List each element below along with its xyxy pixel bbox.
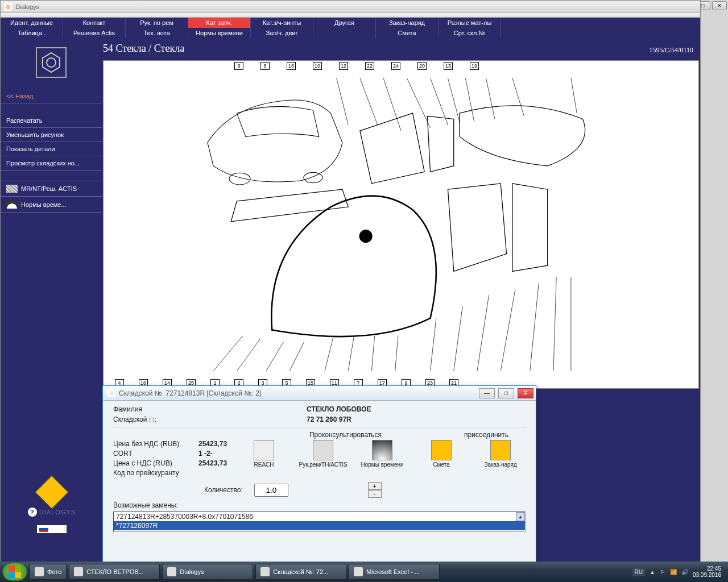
svg-point-4 — [360, 230, 372, 242]
tool-button[interactable]: Рук.рем/ТН/ACTIS — [297, 440, 349, 468]
app-icon — [74, 567, 83, 576]
app-icon — [35, 567, 44, 576]
svg-line-21 — [371, 336, 374, 371]
nav-tab[interactable]: Другая — [313, 18, 376, 28]
nav-tab[interactable]: Кат запч. — [188, 18, 251, 28]
network-icon[interactable]: 📶 — [670, 569, 677, 575]
taskbar-item[interactable]: Dialogys — [162, 564, 253, 580]
svg-line-5 — [337, 78, 349, 124]
list-item[interactable]: 727124813R+285370003R+8.0x7701071586 — [114, 512, 525, 521]
svg-line-27 — [530, 283, 539, 371]
close-button[interactable]: ✕ — [712, 1, 727, 10]
taskbar-item[interactable]: Складской №: 72... — [255, 564, 346, 580]
diagram-callout[interactable]: 10 — [313, 62, 322, 70]
qty-plus-button[interactable]: + — [368, 482, 382, 490]
popup-minimize-button[interactable]: — — [479, 388, 495, 398]
diagram-callout[interactable]: 18 — [287, 62, 296, 70]
diagram-callout[interactable]: 19 — [470, 62, 479, 70]
tool-button[interactable]: REACH — [238, 440, 289, 468]
browser-toolbar — [1, 13, 700, 18]
diagram-callout[interactable]: 6 — [234, 62, 243, 70]
nav-tab[interactable]: Решения Actis — [63, 28, 126, 38]
diagram-callout[interactable]: 12 — [339, 62, 348, 70]
taskbar-item[interactable]: Microsoft Excel - ... — [349, 564, 440, 580]
qty-input[interactable] — [254, 484, 288, 497]
list-item[interactable]: *727126097R — [114, 521, 525, 530]
parts-diagram[interactable]: 681810122224201319 — [103, 60, 699, 389]
family-label: Фамилия — [113, 405, 204, 413]
price-vat-value: 25423,73 — [198, 459, 227, 467]
nav-tab[interactable]: Нормы времени — [188, 28, 251, 38]
svg-line-16 — [237, 339, 260, 371]
svg-line-18 — [289, 342, 304, 371]
svg-line-15 — [213, 336, 243, 371]
svg-line-13 — [512, 78, 524, 116]
nav-tab[interactable] — [313, 28, 376, 38]
nav-tab[interactable]: Тех. нота — [126, 28, 188, 38]
tray-icon[interactable]: ▲ — [650, 569, 655, 575]
taskbar-item[interactable]: СТЕКЛО ВЕТРОВ... — [69, 564, 160, 580]
diagram-callout[interactable]: 22 — [365, 62, 374, 70]
sidebar-link[interactable]: Уменьшить рисунок — [1, 128, 102, 142]
sidebar-tool-actis[interactable]: MR/NT/Реш. ACTIS — [1, 181, 102, 197]
qty-minus-button[interactable]: - — [368, 490, 382, 498]
svg-line-19 — [325, 336, 333, 371]
back-link[interactable]: << Назад — [1, 89, 102, 103]
popup-close-button[interactable]: X — [518, 388, 533, 398]
nav-tab[interactable]: Таблица . — [1, 28, 63, 38]
nav-tab[interactable]: Зап/ч. двиг — [251, 28, 313, 38]
start-button[interactable] — [2, 563, 27, 581]
svg-line-9 — [431, 78, 448, 124]
windows-logo-icon — [9, 566, 21, 578]
top-nav: Идент. данныеКонтактРук. по ремКат запч.… — [1, 18, 700, 38]
replacements-list[interactable]: 727124813R+285370003R+8.0x7701071586 *72… — [113, 512, 526, 532]
nav-tab[interactable]: Срт. скл.№ — [439, 28, 501, 38]
sidebar-link[interactable]: Распечатать — [1, 114, 102, 128]
sidebar-tool-norms[interactable]: Нормы време... — [1, 197, 102, 213]
java-icon: ♨ — [107, 389, 115, 397]
clock[interactable]: 22:45 03.09.2016 — [693, 566, 721, 578]
tool-button[interactable]: Нормы времени — [357, 440, 408, 468]
nav-tab[interactable]: Разные мат-лы — [439, 18, 501, 28]
sidebar: << Назад РаспечататьУменьшить рисунокПок… — [1, 38, 102, 573]
taskbar-item[interactable]: Фото — [30, 564, 67, 580]
nav-tab[interactable]: Рук. по рем — [126, 18, 188, 28]
diagram-callout[interactable]: 13 — [444, 62, 453, 70]
diagram-callout[interactable]: 24 — [391, 62, 400, 70]
popup-maximize-button[interactable]: □ — [498, 388, 514, 398]
svg-line-6 — [360, 78, 378, 124]
brand-area: ? DIALOGYS RUR — [23, 480, 80, 534]
diagram-callout[interactable]: 8 — [260, 62, 270, 70]
svg-line-7 — [383, 78, 401, 131]
nav-tab[interactable]: Контакт — [63, 18, 126, 28]
svg-line-23 — [431, 318, 436, 371]
diagram-callout[interactable]: 20 — [417, 62, 427, 70]
currency-badge[interactable]: RUR — [36, 525, 67, 534]
tool-icon — [313, 440, 333, 460]
gauge-icon — [6, 201, 18, 209]
scroll-up-icon[interactable]: ▲ — [516, 512, 525, 521]
sidebar-link[interactable]: Просмотр складских но... — [1, 156, 102, 171]
family-value: СТЕКЛО ЛОБОВОE — [307, 405, 371, 413]
nav-tab[interactable]: Кат.з/ч-винты — [251, 18, 313, 28]
tool-button[interactable]: Смета — [416, 440, 467, 468]
cort-label: CORT — [113, 450, 198, 458]
stock-value: 72 71 260 97R — [307, 415, 351, 423]
nav-tab[interactable]: Идент. данные — [1, 18, 63, 28]
svg-line-8 — [407, 78, 430, 128]
tool-button[interactable]: Заказ-наряд — [475, 440, 526, 468]
language-indicator[interactable]: RU — [632, 568, 645, 576]
question-icon: ? — [28, 508, 37, 517]
price-vat-label: Цена с НДС (RUB) — [113, 459, 198, 467]
svg-point-2 — [229, 173, 250, 185]
svg-line-12 — [486, 78, 494, 119]
svg-line-17 — [266, 342, 284, 371]
svg-line-11 — [465, 78, 474, 122]
sidebar-link[interactable]: Показать детали — [1, 142, 102, 156]
volume-icon[interactable]: 🔊 — [681, 569, 688, 575]
nav-tab[interactable]: Смета — [376, 28, 439, 38]
java-icon: ♨ — [4, 3, 12, 11]
flag-icon[interactable]: 🏳 — [660, 569, 665, 575]
pricecode-label: Код по прейскуранту — [113, 469, 198, 477]
nav-tab[interactable]: Заказ-наряд — [376, 18, 439, 28]
